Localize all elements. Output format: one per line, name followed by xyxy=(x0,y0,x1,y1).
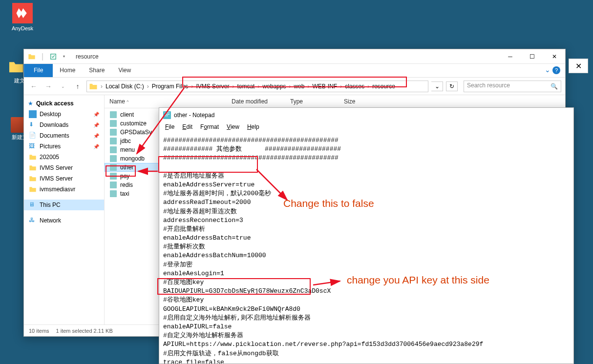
refresh-button[interactable]: ↻ xyxy=(446,81,458,91)
sidebar-item-this-pc[interactable]: 🖥This PC xyxy=(24,200,104,210)
sidebar-item-folder[interactable]: IVMS Server xyxy=(24,162,104,173)
nav-up-button[interactable]: ↑ xyxy=(72,81,84,92)
menu-view[interactable]: View xyxy=(223,122,243,133)
notepad-icon xyxy=(163,111,171,119)
background-close-button[interactable]: ✕ xyxy=(569,59,588,73)
pc-icon: 🖥 xyxy=(29,201,37,209)
breadcrumb-item[interactable]: WEB-INF xyxy=(310,82,339,91)
ribbon-view-tab[interactable]: View xyxy=(111,64,138,77)
breadcrumb-item[interactable]: classes xyxy=(343,82,366,91)
svg-rect-11 xyxy=(163,111,171,119)
notepad-menubar: File Edit Format View Help xyxy=(159,122,573,133)
nav-forward-button[interactable]: → xyxy=(42,81,54,92)
file-icon xyxy=(109,129,117,136)
file-icon xyxy=(109,190,117,197)
search-placeholder: Search resource xyxy=(467,82,510,89)
status-count: 10 items xyxy=(29,328,49,334)
breadcrumb-item[interactable]: webapps xyxy=(260,82,288,91)
file-icon xyxy=(109,120,117,127)
sidebar-item-pictures[interactable]: 🖼Pictures📌 xyxy=(24,141,104,152)
svg-rect-8 xyxy=(110,173,117,180)
svg-rect-1 xyxy=(110,111,117,118)
sidebar-item-desktop[interactable]: Desktop📌 xyxy=(24,109,104,120)
pin-icon: 📌 xyxy=(93,144,99,149)
svg-rect-10 xyxy=(110,190,117,197)
ribbon-file-tab[interactable]: File xyxy=(24,64,53,77)
file-icon xyxy=(109,164,117,171)
column-date[interactable]: Date modified xyxy=(227,95,285,108)
breadcrumb-item[interactable]: resource xyxy=(370,82,397,91)
nav-dropdown-button[interactable]: ⌄ xyxy=(431,81,443,91)
ribbon-share-tab[interactable]: Share xyxy=(82,64,111,77)
sidebar-item-folder[interactable]: ivmsmediasvr xyxy=(24,184,104,195)
breadcrumb-item[interactable]: Local Disk (C:) xyxy=(104,82,146,91)
titlebar: | ▾ resource ─ ☐ ✕ xyxy=(24,49,565,64)
desktop-icon-label: AnyDesk xyxy=(12,25,33,31)
documents-icon: 📄 xyxy=(29,132,37,140)
menu-format[interactable]: Format xyxy=(196,122,223,133)
svg-rect-3 xyxy=(110,129,117,136)
file-icon xyxy=(109,182,117,188)
breadcrumb-item[interactable]: web xyxy=(292,82,306,91)
svg-rect-12 xyxy=(165,113,169,113)
minimize-button[interactable]: ─ xyxy=(499,49,521,64)
sidebar-item-downloads[interactable]: ⬇Downloads📌 xyxy=(24,120,104,130)
search-input[interactable]: Search resource 🔍 xyxy=(464,81,561,92)
menu-help[interactable]: Help xyxy=(243,122,263,133)
status-selected: 1 item selected 2.11 KB xyxy=(56,328,113,334)
ribbon-help-button[interactable]: ⌄ ? xyxy=(540,64,565,77)
column-type[interactable]: Type xyxy=(285,95,339,108)
folder-icon xyxy=(29,153,37,161)
svg-rect-14 xyxy=(165,116,168,116)
file-icon xyxy=(109,111,117,118)
column-name[interactable]: Name ^ xyxy=(105,95,227,108)
breadcrumb-item[interactable]: tomcat xyxy=(235,82,256,91)
folder-icon xyxy=(27,52,37,61)
column-size[interactable]: Size xyxy=(339,95,378,108)
maximize-button[interactable]: ☐ xyxy=(521,49,543,64)
downloads-icon: ⬇ xyxy=(29,121,37,129)
menu-file[interactable]: File xyxy=(161,122,178,133)
qat-properties[interactable] xyxy=(48,52,58,61)
pictures-icon: 🖼 xyxy=(29,142,37,150)
folder-icon xyxy=(29,175,37,182)
anydesk-icon xyxy=(12,3,33,23)
desktop-icon-anydesk[interactable]: AnyDesk xyxy=(8,3,37,31)
breadcrumb-item[interactable]: IVMS Server xyxy=(194,82,231,91)
notepad-content[interactable]: ########################################… xyxy=(159,133,573,364)
svg-rect-4 xyxy=(110,138,117,144)
network-icon: 🖧 xyxy=(29,217,37,224)
pin-icon: 📌 xyxy=(93,122,99,128)
sidebar-item-documents[interactable]: 📄Documents📌 xyxy=(24,130,104,141)
file-icon xyxy=(109,146,117,153)
nav-recent-dropdown[interactable]: ⌄ xyxy=(57,81,69,92)
svg-rect-2 xyxy=(110,120,117,127)
sidebar-item-network[interactable]: 🖧Network xyxy=(24,215,104,226)
navbar: ← → ⌄ ↑ › Local Disk (C:)› Program Files… xyxy=(24,78,565,95)
folder-icon xyxy=(89,82,98,90)
ribbon: File Home Share View ⌄ ? xyxy=(24,64,565,78)
close-button[interactable]: ✕ xyxy=(543,49,565,64)
sidebar-item-folder[interactable]: IVMS Server xyxy=(24,173,104,184)
svg-rect-13 xyxy=(165,114,169,115)
folder-icon xyxy=(7,60,25,74)
ribbon-home-tab[interactable]: Home xyxy=(53,64,82,77)
file-icon xyxy=(109,138,117,144)
folder-icon xyxy=(29,185,37,193)
notepad-window: other - Notepad File Edit Format View He… xyxy=(159,107,574,364)
qat-separator: | xyxy=(38,52,47,61)
svg-rect-9 xyxy=(110,182,117,188)
svg-rect-7 xyxy=(110,164,117,171)
nav-back-button[interactable]: ← xyxy=(28,81,40,92)
pin-icon: 📌 xyxy=(93,133,99,139)
search-icon: 🔍 xyxy=(551,83,558,90)
sidebar-item-folder[interactable]: 202005 xyxy=(24,152,104,162)
breadcrumb[interactable]: › Local Disk (C:)› Program Files› IVMS S… xyxy=(86,81,428,92)
star-icon: ★ xyxy=(28,100,33,107)
sidebar-quick-access[interactable]: ★ Quick access xyxy=(24,98,104,109)
menu-edit[interactable]: Edit xyxy=(178,122,196,133)
svg-rect-5 xyxy=(110,146,117,153)
qat-dropdown[interactable]: ▾ xyxy=(59,52,69,61)
breadcrumb-item[interactable]: Program Files xyxy=(150,82,191,91)
desktop-icon xyxy=(29,110,37,118)
